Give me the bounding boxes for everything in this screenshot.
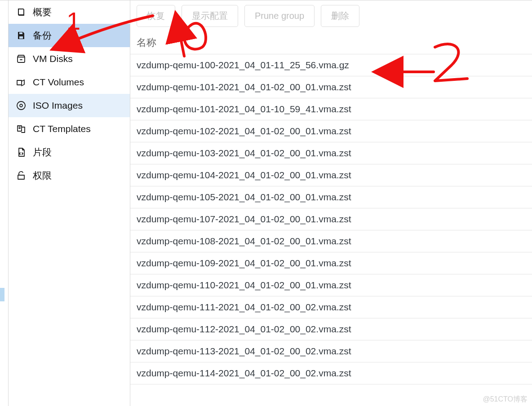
show-config-button[interactable]: 显示配置 bbox=[182, 5, 238, 27]
table-row[interactable]: vzdump-qemu-108-2021_04_01-02_00_01.vma.… bbox=[130, 230, 532, 252]
table-row[interactable]: vzdump-qemu-109-2021_04_01-02_00_01.vma.… bbox=[130, 252, 532, 274]
sidebar-item-label: 片段 bbox=[33, 146, 52, 159]
sidebar-item-label: ISO Images bbox=[33, 100, 83, 111]
volumes-icon bbox=[16, 77, 27, 88]
prune-group-button[interactable]: Prune group bbox=[244, 5, 315, 27]
book-icon bbox=[16, 7, 27, 18]
table-row[interactable]: vzdump-qemu-104-2021_04_01-02_00_01.vma.… bbox=[130, 164, 532, 186]
table-row[interactable]: vzdump-qemu-111-2021_04_01-02_00_02.vma.… bbox=[130, 296, 532, 318]
save-icon bbox=[16, 30, 27, 41]
sidebar-item-snippets[interactable]: 片段 bbox=[9, 141, 130, 164]
left-gutter bbox=[0, 0, 8, 406]
sidebar-item-label: 权限 bbox=[33, 169, 52, 182]
sidebar: 概要备份VM DisksCT VolumesISO ImagesCT Templ… bbox=[8, 0, 130, 406]
sidebar-item-label: VM Disks bbox=[33, 53, 73, 64]
iso-icon bbox=[16, 100, 27, 111]
restore-button[interactable]: 恢复 bbox=[137, 5, 175, 27]
table-row[interactable]: vzdump-qemu-102-2021_04_01-02_00_01.vma.… bbox=[130, 120, 532, 142]
table-row[interactable]: vzdump-qemu-101-2021_04_01-02_00_01.vma.… bbox=[130, 76, 532, 98]
table-row[interactable]: vzdump-qemu-112-2021_04_01-02_00_02.vma.… bbox=[130, 318, 532, 340]
unlock-icon bbox=[16, 170, 27, 181]
sidebar-item-perm[interactable]: 权限 bbox=[9, 164, 130, 187]
code-file-icon bbox=[16, 147, 27, 158]
sidebar-item-ctvolumes[interactable]: CT Volumes bbox=[9, 71, 130, 94]
column-header-name[interactable]: 名称 bbox=[130, 30, 532, 54]
sidebar-item-label: 备份 bbox=[33, 29, 52, 42]
app-root: 概要备份VM DisksCT VolumesISO ImagesCT Templ… bbox=[0, 0, 532, 406]
main-panel: 恢复 显示配置 Prune group 删除 名称 vzdump-qemu-10… bbox=[130, 0, 532, 406]
sidebar-item-backup[interactable]: 备份 bbox=[9, 24, 130, 47]
sidebar-item-summary[interactable]: 概要 bbox=[9, 0, 130, 24]
disk-icon bbox=[16, 53, 27, 64]
sidebar-item-label: CT Templates bbox=[33, 124, 91, 134]
table-row[interactable]: vzdump-qemu-110-2021_04_01-02_00_01.vma.… bbox=[130, 274, 532, 296]
sidebar-item-cttemplates[interactable]: CT Templates bbox=[9, 117, 130, 141]
table-row[interactable]: vzdump-qemu-101-2021_04_01-10_59_41.vma.… bbox=[130, 98, 532, 120]
sidebar-item-label: 概要 bbox=[33, 6, 52, 18]
delete-button[interactable]: 删除 bbox=[321, 5, 359, 27]
sidebar-item-label: CT Volumes bbox=[33, 77, 84, 88]
table-row[interactable]: vzdump-qemu-114-2021_04_01-02_00_02.vma.… bbox=[130, 362, 532, 384]
sidebar-item-vmdisks[interactable]: VM Disks bbox=[9, 47, 130, 71]
table-row[interactable]: vzdump-qemu-103-2021_04_01-02_00_01.vma.… bbox=[130, 142, 532, 164]
table-row[interactable]: vzdump-qemu-113-2021_04_01-02_00_02.vma.… bbox=[130, 340, 532, 362]
watermark: @51CTO博客 bbox=[483, 395, 528, 404]
table-row[interactable]: vzdump-qemu-100-2021_04_01-11_25_56.vma.… bbox=[130, 54, 532, 76]
table-row[interactable]: vzdump-qemu-107-2021_04_01-02_00_01.vma.… bbox=[130, 208, 532, 230]
toolbar: 恢复 显示配置 Prune group 删除 bbox=[130, 0, 532, 30]
backup-list[interactable]: vzdump-qemu-100-2021_04_01-11_25_56.vma.… bbox=[130, 54, 532, 406]
sidebar-item-iso[interactable]: ISO Images bbox=[9, 94, 130, 117]
templates-icon bbox=[16, 124, 27, 134]
gutter-highlight bbox=[0, 288, 4, 301]
table-row[interactable]: vzdump-qemu-105-2021_04_01-02_00_01.vma.… bbox=[130, 186, 532, 208]
